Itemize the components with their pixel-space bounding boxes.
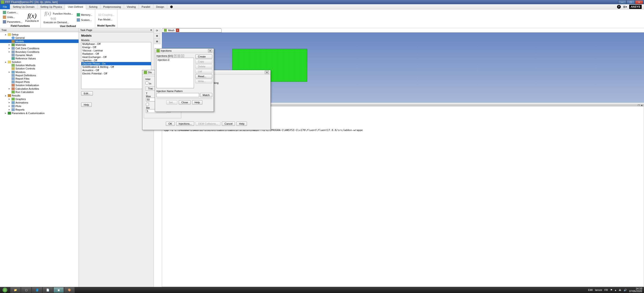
model-species[interactable]: Species - Off	[82, 59, 151, 62]
tab-solving[interactable]: Solving	[86, 4, 100, 9]
tree-general[interactable]: General	[16, 36, 24, 39]
dpm-cancel-button[interactable]: Cancel	[222, 122, 235, 126]
tree-animations[interactable]: Animations	[16, 101, 28, 104]
mesh-tab[interactable]: Mesh ✕	[162, 28, 222, 32]
model-multiphase[interactable]: Multiphase - Off	[82, 42, 151, 46]
tree-ref-values[interactable]: Reference Values	[16, 57, 36, 60]
units-button[interactable]: Units...	[2, 15, 24, 19]
help-button[interactable]: Help	[81, 103, 92, 107]
help-icon[interactable]: ?	[617, 5, 621, 9]
model-solidification[interactable]: Solidification & Melting - Off	[82, 65, 151, 69]
tab-domain[interactable]: Setting Up Domain	[10, 4, 38, 9]
model-radiation[interactable]: Radiation - Off	[82, 52, 151, 55]
taskbar-app4[interactable]: 📄	[43, 287, 53, 293]
tree-models[interactable]: Models	[16, 40, 24, 43]
inj-toggle1-icon[interactable]: ☓	[174, 55, 176, 57]
tab-viewing[interactable]: Viewing	[124, 4, 139, 9]
models-list[interactable]: Multiphase - Off Energy - Off Viscous - …	[81, 42, 151, 89]
model-energy[interactable]: Energy - Off	[82, 46, 151, 49]
tray-vol-icon[interactable]: 🔊	[624, 288, 627, 291]
tree-plots[interactable]: Plots	[16, 105, 21, 108]
tree[interactable]: ▴Setup General ▸Models ▸Materials ▸Cell …	[0, 32, 78, 287]
injections-dialog[interactable]: Injections✕ Injections [0/1] ☓ ≡ ═ injec…	[155, 48, 214, 112]
tree-calc-activities[interactable]: Calculation Activities	[16, 87, 39, 90]
tree-param-custom[interactable]: Parameters & Customization	[12, 112, 44, 115]
dpm-close-button[interactable]: ✕	[265, 71, 269, 74]
tree-report-plots[interactable]: Report Plots	[16, 81, 30, 83]
execute-on-demand-button[interactable]: Execute on Demand...	[43, 21, 74, 24]
tray-flag-icon[interactable]: ⚑	[610, 288, 612, 291]
model-acoustics[interactable]: Acoustics - Off	[82, 69, 151, 72]
tray-clock[interactable]: 14:10 07/05/2020	[629, 287, 642, 292]
model-electric[interactable]: Electric Potential - Off	[82, 72, 151, 75]
tree-monitors[interactable]: Monitors	[16, 71, 25, 74]
tool-pan-icon[interactable]: ✥	[154, 34, 160, 39]
parameters-button[interactable]: Parameters...	[2, 20, 24, 24]
start-button[interactable]	[0, 287, 10, 293]
inj-close-button[interactable]: ✕	[208, 49, 212, 52]
model-hx[interactable]: Heat Exchanger - Off	[82, 55, 151, 59]
model-dpm[interactable]: Discrete Phase - On	[82, 62, 151, 65]
taskbar-app2[interactable]: ▢	[21, 287, 32, 293]
taskbar-app3[interactable]: 📘	[32, 287, 42, 293]
tab-user-defined[interactable]: User-Defined	[65, 5, 86, 10]
tree-setup[interactable]: Setup	[12, 33, 18, 36]
tree-graphics[interactable]: Graphics	[16, 98, 26, 101]
inj-pattern-input[interactable]	[156, 93, 199, 97]
dpm-tab-tracking[interactable]: Trac	[146, 86, 156, 90]
taskbar-fluent[interactable]: ▣	[54, 287, 64, 293]
tray-lang[interactable]: FR	[604, 288, 608, 291]
tree-reports[interactable]: Reports	[16, 108, 24, 111]
tab-physics[interactable]: Setting Up Physics	[38, 4, 65, 9]
tray-up-icon[interactable]: ▴	[615, 288, 616, 291]
tree-materials[interactable]: Materials	[16, 44, 26, 46]
scalars-button[interactable]: Scalars...	[76, 18, 93, 22]
tree-solution[interactable]: Solution	[12, 61, 21, 63]
memory-button[interactable]: Memory...	[76, 13, 93, 17]
inj-help-button[interactable]: Help	[192, 100, 203, 105]
fan-model-button[interactable]: Fan Model...	[97, 18, 116, 21]
tree-boundary[interactable]: Boundary Conditions	[16, 51, 40, 53]
tree-report-def[interactable]: Report Definitions	[16, 74, 36, 77]
tab-design[interactable]: Design	[154, 4, 167, 9]
injection-item[interactable]: injection-0	[157, 58, 194, 62]
console[interactable]: outlet wall inlet surface_body interior-…	[162, 106, 644, 287]
menu-file[interactable]: File	[0, 4, 10, 9]
tree-report-files[interactable]: Report Files	[16, 77, 29, 80]
dpm-ok-button[interactable]: OK	[166, 122, 175, 126]
tree-sol-init[interactable]: Solution Initialization	[16, 84, 39, 87]
tool-reset-icon[interactable]: ⟳	[154, 28, 160, 34]
tool-zoom-icon[interactable]: ⊕	[154, 39, 160, 44]
tab-postprocessing[interactable]: Postprocessing	[100, 4, 124, 9]
tree-sol-methods[interactable]: Solution Methods	[16, 64, 36, 67]
tray-net-icon[interactable]: 🖧	[619, 288, 621, 291]
tree-results[interactable]: Results	[12, 94, 20, 97]
mesh-tab-close[interactable]: ✕	[176, 29, 179, 32]
taskbar[interactable]: 📁 ▢ 📘 📄 ▣ 🎨 EMI laroze FR ⚑ ▴ 🖧 🔊 14:10 …	[0, 287, 644, 293]
tree-sol-controls[interactable]: Solution Controls	[16, 67, 35, 70]
taskbar-explorer[interactable]: 📁	[10, 287, 21, 293]
function-hooks-button[interactable]: f(x)Function Hooks...	[43, 10, 74, 17]
minimize-button[interactable]: —	[618, 0, 626, 4]
inj-close-btn[interactable]: Close	[179, 100, 190, 105]
inj-match-button[interactable]: Match	[200, 93, 212, 97]
dpm-help-button[interactable]: Help	[236, 122, 247, 126]
tree-dynamic-mesh[interactable]: Dynamic Mesh	[16, 54, 32, 57]
layout-icon[interactable]: ▥◂	[623, 5, 627, 8]
close-button[interactable]: ✕	[635, 0, 643, 4]
tree-cell-zone[interactable]: Cell Zone Conditions	[16, 47, 40, 50]
tab-collapse[interactable]: ⬤	[167, 4, 176, 9]
tree-run-calc[interactable]: Run Calculation	[16, 91, 34, 93]
edit-button[interactable]: Edit...	[81, 91, 93, 96]
tab-parallel[interactable]: Parallel	[139, 4, 154, 9]
task-close-icon[interactable]: ✕	[150, 29, 152, 32]
inj-create-button[interactable]: Create	[195, 55, 212, 59]
maximize-button[interactable]: ☐	[627, 0, 634, 4]
model-viscous[interactable]: Viscous - Laminar	[82, 49, 151, 52]
injections-list[interactable]: injection-0	[156, 58, 194, 88]
dpm-injections-button[interactable]: Injections...	[176, 122, 194, 126]
inj-toggle2-icon[interactable]: ≡	[178, 55, 180, 57]
custom-button[interactable]: Custom...	[2, 10, 24, 15]
inj-read-button[interactable]: Read...	[195, 74, 212, 78]
functions-button[interactable]: Functions ▾	[25, 20, 39, 23]
